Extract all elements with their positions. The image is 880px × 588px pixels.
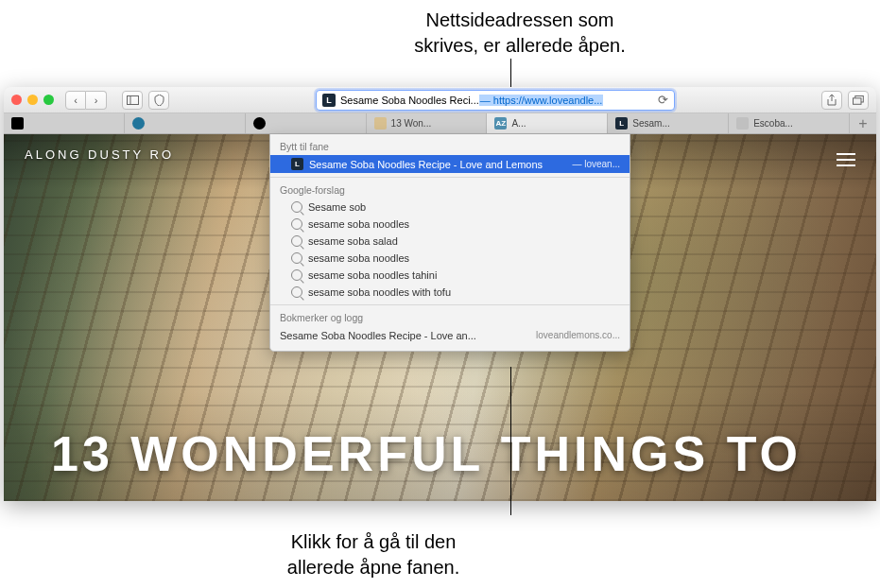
dropdown-item-favicon: L [291, 158, 303, 170]
new-tab-button[interactable]: + [850, 113, 876, 133]
address-text-title: Sesame Soba Noodles Reci... [340, 95, 479, 106]
sidebar-button[interactable] [122, 91, 143, 110]
callout-top: Nettsideadressen somskrives, er allerede… [331, 8, 709, 59]
suggestion-item[interactable]: sesame soba noodles [270, 216, 630, 233]
bookmark-url: loveandlemons.co... [536, 330, 620, 341]
callout-line-top [510, 59, 511, 87]
nav-back-forward: ‹ › [65, 91, 107, 110]
share-button[interactable] [821, 91, 842, 110]
address-text-url: — https://www.loveandle... [479, 95, 604, 106]
dropdown-item-title: Sesame Soba Noodles Recipe - Love and Le… [309, 159, 543, 170]
callout-bottom: Klikk for å gå til denallerede åpne fane… [217, 529, 529, 580]
svg-rect-3 [854, 97, 862, 104]
suggestion-item[interactable]: sesame soba noodles tahini [270, 267, 630, 284]
search-icon [291, 269, 302, 281]
toolbar-right [821, 91, 869, 110]
maximize-button[interactable] [43, 95, 54, 105]
search-icon [291, 235, 302, 247]
back-button[interactable]: ‹ [65, 91, 86, 110]
tab-5[interactable]: LSesam... [608, 113, 729, 133]
site-logo-text[interactable]: ALONG DUSTY RO [25, 147, 174, 162]
tab-0[interactable] [4, 113, 125, 133]
search-icon [291, 286, 302, 298]
minimize-button[interactable] [27, 95, 38, 105]
forward-button[interactable]: › [86, 91, 107, 110]
callout-line-bottom [510, 367, 511, 515]
address-dropdown: Bytt til fane L Sesame Soba Noodles Reci… [269, 134, 630, 352]
dropdown-item-domain: — lovean... [572, 159, 620, 169]
tab-6[interactable]: Escoba... [729, 113, 850, 133]
tab-4-active[interactable]: AZA... [487, 113, 608, 133]
suggestion-item[interactable]: Sesame sob [270, 199, 630, 216]
bookmark-title: Sesame Soba Noodles Recipe - Love an... [280, 330, 476, 341]
tab-3[interactable]: 13 Won... [367, 113, 488, 133]
tab-2[interactable] [246, 113, 367, 133]
hamburger-menu-icon[interactable] [837, 149, 855, 170]
search-icon [291, 201, 302, 213]
suggestion-item[interactable]: sesame soba salad [270, 233, 630, 250]
safari-window: ‹ › L Sesame Soba Noodles Reci... — http… [4, 87, 876, 501]
dropdown-section-google-header: Google-forslag [270, 182, 630, 199]
address-bar[interactable]: L Sesame Soba Noodles Reci... — https://… [316, 90, 675, 111]
suggestion-item[interactable]: sesame soba noodles [270, 250, 630, 267]
tab-bar: 13 Won... AZA... LSesam... Escoba... + [4, 113, 876, 134]
privacy-button[interactable] [148, 91, 169, 110]
suggestion-item[interactable]: sesame soba noodles with tofu [270, 284, 630, 301]
dropdown-switch-to-tab-item[interactable]: L Sesame Soba Noodles Recipe - Love and … [270, 155, 630, 173]
svg-rect-0 [127, 95, 138, 104]
close-button[interactable] [11, 95, 22, 105]
window-controls [11, 95, 54, 105]
reload-icon[interactable]: ⟳ [658, 93, 668, 107]
toolbar: ‹ › L Sesame Soba Noodles Reci... — http… [4, 87, 876, 113]
hero-title: 13 WONDERFUL THINGS TO [51, 425, 857, 482]
tabs-button[interactable] [848, 91, 869, 110]
tab-1[interactable] [125, 113, 246, 133]
bookmark-item[interactable]: Sesame Soba Noodles Recipe - Love an... … [270, 326, 630, 347]
dropdown-section-bookmarks-header: Bokmerker og logg [270, 309, 630, 326]
dropdown-section-switch-header: Bytt til fane [270, 138, 630, 155]
search-icon [291, 252, 302, 264]
search-icon [291, 218, 302, 230]
address-favicon: L [322, 94, 336, 107]
